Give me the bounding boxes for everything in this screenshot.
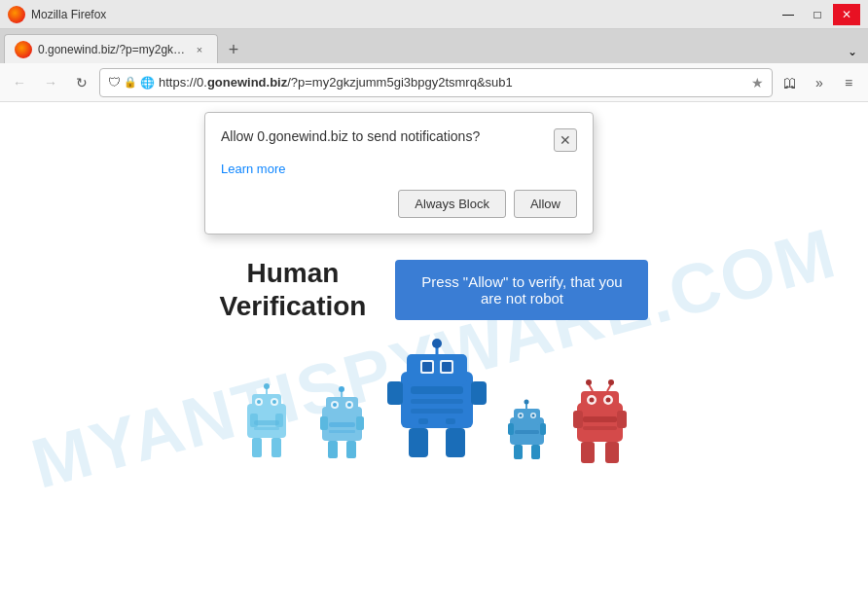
svg-point-52 (524, 399, 528, 404)
pocket-button[interactable]: 🕮 (777, 69, 804, 96)
svg-rect-27 (329, 430, 355, 433)
svg-rect-37 (471, 381, 487, 405)
svg-rect-39 (446, 428, 465, 457)
address-domain: gonewind.biz (207, 75, 287, 90)
svg-point-63 (605, 397, 610, 402)
reload-button[interactable]: ↻ (68, 69, 95, 96)
popup-close-button[interactable]: ✕ (554, 128, 577, 152)
svg-rect-15 (326, 397, 358, 416)
back-button[interactable]: ← (6, 69, 33, 96)
address-bar-icons: 🛡 🔒 🌐 (108, 75, 155, 90)
svg-rect-29 (407, 354, 467, 385)
content-area: MYANTISPYWARE.COM Human Verification Pre… (0, 102, 868, 613)
shield-icon: 🛡 (108, 75, 121, 90)
human-verification-text: Human Verification (220, 257, 367, 322)
svg-rect-68 (573, 411, 583, 428)
new-tab-button[interactable]: + (220, 36, 247, 63)
menu-button[interactable]: ≡ (835, 69, 862, 96)
svg-rect-42 (411, 409, 463, 414)
titlebar-controls: — □ ✕ (775, 4, 860, 25)
svg-point-62 (589, 397, 594, 402)
svg-rect-10 (252, 438, 262, 457)
svg-rect-25 (346, 441, 356, 458)
address-bar-right: ★ (751, 75, 764, 90)
svg-rect-71 (605, 442, 619, 463)
svg-rect-40 (411, 386, 463, 394)
learn-more-link[interactable]: Learn more (221, 162, 577, 176)
svg-point-67 (608, 379, 614, 385)
titlebar-title: Mozilla Firefox (31, 8, 106, 21)
svg-rect-70 (581, 442, 595, 463)
svg-rect-46 (514, 409, 540, 425)
titlebar: Mozilla Firefox — □ ✕ (0, 0, 868, 29)
svg-point-19 (347, 403, 351, 407)
tab-favicon-icon (15, 41, 32, 58)
svg-rect-12 (254, 420, 279, 425)
svg-rect-57 (515, 430, 539, 434)
titlebar-left: Mozilla Firefox (8, 6, 106, 23)
verify-message: Press "Allow" to verify, that you are no… (421, 273, 622, 306)
robot-5 (563, 372, 636, 478)
address-path: /?p=my2gkzjumm5gi3bpgy2tsmrq&sub1 (287, 75, 513, 90)
popup-buttons: Always Block Allow (221, 190, 577, 218)
svg-rect-69 (617, 411, 627, 428)
nav-right: 🕮 » ≡ (777, 69, 862, 96)
svg-rect-53 (508, 423, 514, 435)
svg-rect-13 (254, 427, 279, 430)
tab-list-button[interactable]: ⌄ (841, 40, 864, 63)
popup-header: Allow 0.gonewind.biz to send notificatio… (221, 128, 577, 152)
tabbar: 0.gonewind.biz/?p=my2gkz… × + ⌄ (0, 29, 868, 63)
close-window-button[interactable]: ✕ (833, 4, 860, 25)
active-tab[interactable]: 0.gonewind.biz/?p=my2gkz… × (4, 34, 218, 63)
robot-4 (500, 396, 554, 478)
svg-rect-38 (409, 428, 428, 457)
svg-rect-43 (418, 418, 428, 424)
robots-row (233, 333, 636, 478)
robot-2 (310, 381, 374, 478)
page-heading: Human Verification (220, 257, 367, 322)
notification-popup: Allow 0.gonewind.biz to send notificatio… (204, 112, 594, 234)
extensions-button[interactable]: » (806, 69, 833, 96)
minimize-button[interactable]: — (775, 4, 802, 25)
svg-rect-11 (271, 438, 281, 457)
svg-rect-33 (442, 362, 452, 372)
svg-rect-54 (540, 423, 546, 435)
svg-rect-23 (356, 416, 364, 430)
address-text: https://0.gonewind.biz/?p=my2gkzjumm5gi3… (159, 75, 747, 90)
navbar: ← → ↻ 🛡 🔒 🌐 https://0.gonewind.biz/?p=my… (0, 63, 868, 102)
svg-point-4 (257, 400, 261, 404)
svg-point-18 (333, 403, 337, 407)
tab-close-button[interactable]: × (192, 42, 207, 57)
svg-rect-24 (328, 441, 338, 458)
svg-rect-41 (411, 399, 463, 404)
svg-point-35 (432, 339, 442, 348)
svg-line-64 (589, 384, 593, 391)
svg-rect-55 (514, 445, 523, 459)
allow-button[interactable]: Allow (514, 190, 577, 218)
svg-rect-36 (387, 381, 403, 405)
tab-title: 0.gonewind.biz/?p=my2gkz… (38, 43, 186, 56)
svg-rect-72 (583, 416, 617, 422)
svg-rect-59 (581, 391, 619, 413)
lock-icon: 🔒 (124, 76, 137, 89)
bookmark-icon[interactable]: ★ (751, 75, 764, 90)
svg-rect-22 (320, 416, 328, 430)
address-bar[interactable]: 🛡 🔒 🌐 https://0.gonewind.biz/?p=my2gkzju… (99, 68, 773, 97)
robot-3 (383, 333, 490, 478)
main-section: Human Verification Press "Allow" to veri… (220, 257, 649, 322)
popup-title: Allow 0.gonewind.biz to send notificatio… (221, 128, 554, 144)
robot-1 (233, 377, 301, 478)
forward-button[interactable]: → (37, 69, 64, 96)
maximize-button[interactable]: □ (804, 4, 831, 25)
svg-point-7 (264, 383, 270, 389)
svg-rect-56 (531, 445, 540, 459)
svg-rect-32 (422, 362, 432, 372)
svg-rect-73 (583, 426, 617, 430)
svg-point-5 (272, 400, 276, 404)
svg-line-65 (607, 384, 611, 391)
always-block-button[interactable]: Always Block (398, 190, 506, 218)
verify-box: Press "Allow" to verify, that you are no… (395, 260, 648, 320)
svg-point-21 (339, 386, 344, 392)
globe-icon: 🌐 (140, 76, 155, 90)
firefox-logo-icon (8, 6, 25, 23)
